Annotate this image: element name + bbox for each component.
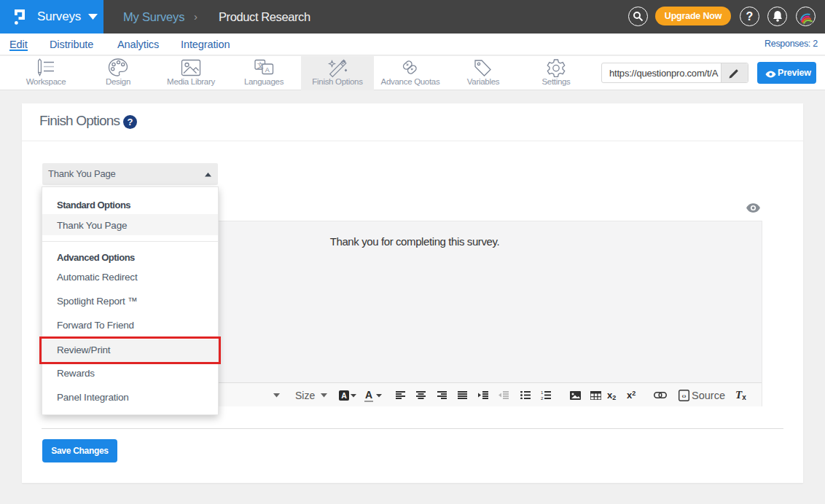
svg-text:?: ? [128, 117, 133, 127]
svg-text:‹›: ‹› [682, 393, 687, 400]
svg-text:文: 文 [257, 61, 265, 69]
svg-text:1: 1 [541, 390, 544, 395]
svg-text:A: A [265, 66, 270, 74]
svg-text:2: 2 [541, 396, 544, 400]
